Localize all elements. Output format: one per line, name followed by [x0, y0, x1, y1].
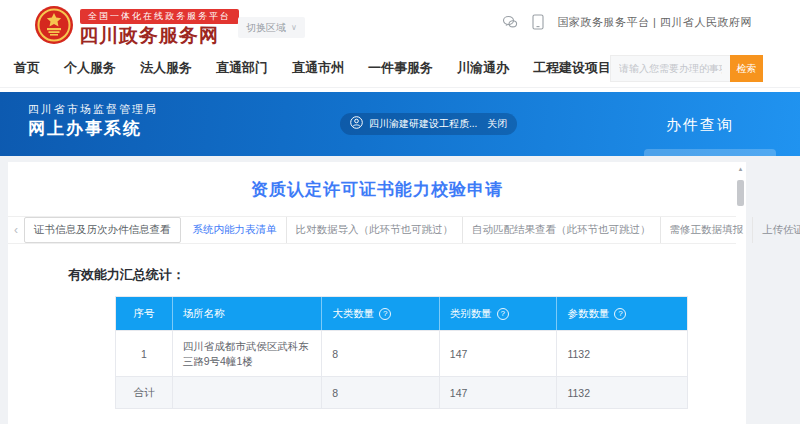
- col-header-category: 类别数量 ?: [440, 297, 558, 330]
- col-header-seq: 序号: [116, 297, 173, 330]
- user-badge[interactable]: 四川渝建研建设工程质... 关闭: [340, 113, 517, 135]
- national-emblem-logo: [34, 5, 74, 45]
- cell-total-major: 8: [322, 376, 440, 408]
- cell-param: 1132: [557, 330, 687, 376]
- search-input[interactable]: [610, 55, 730, 82]
- chevron-down-icon: ∨: [291, 23, 297, 32]
- scrollbar-thumb[interactable]: [737, 180, 744, 206]
- cell-major: 8: [322, 330, 440, 376]
- mobile-icon[interactable]: [532, 14, 544, 30]
- tab-data-import[interactable]: 比对数据导入（此环节也可跳过）: [286, 217, 463, 243]
- col-header-major-label: 大类数量: [332, 307, 374, 321]
- help-icon[interactable]: ?: [497, 308, 509, 320]
- tab-match-result[interactable]: 自动匹配结果查看（此环节也可跳过）: [462, 217, 660, 243]
- tab-upload-evidence[interactable]: 上传佐证: [752, 217, 800, 243]
- help-icon[interactable]: ?: [379, 308, 391, 320]
- step-tabs: ‹ 证书信息及历次办件信息查看 系统内能力表清单 比对数据导入（此环节也可跳过）…: [8, 216, 736, 244]
- main-nav: 首页 个人服务 法人服务 直通部门 直通市州 一件事服务 川渝通办 工程建设项目…: [0, 48, 800, 88]
- region-switcher-label: 切换区域: [246, 21, 286, 35]
- nav-item-legal-services[interactable]: 法人服务: [140, 59, 192, 77]
- nav-item-cities[interactable]: 直通市州: [292, 59, 344, 77]
- table-header-row: 序号 场所名称 大类数量 ? 类别数量 ? 参数数量 ?: [116, 297, 687, 330]
- nav-item-home[interactable]: 首页: [14, 59, 40, 77]
- col-header-param: 参数数量 ?: [557, 297, 687, 330]
- system-banner: 四川省市场监督管理局 网上办事系统 四川渝建研建设工程质... 关闭 办件查询: [0, 92, 800, 156]
- tab-cert-info[interactable]: 证书信息及历次办件信息查看: [24, 217, 181, 243]
- page-title: 资质认定许可证书能力校验申请: [8, 178, 746, 201]
- cell-total-label: 合计: [116, 376, 173, 408]
- col-header-major: 大类数量 ?: [322, 297, 440, 330]
- nav-item-chuanyu[interactable]: 川渝通办: [457, 59, 509, 77]
- cell-total-place: [173, 376, 322, 408]
- logout-link[interactable]: 关闭: [487, 117, 507, 131]
- col-header-place: 场所名称: [173, 297, 322, 330]
- tab-correction[interactable]: 需修正数据填报: [660, 217, 753, 243]
- cell-place: 四川省成都市武侯区武科东三路9号4幢1楼: [173, 330, 322, 376]
- case-query-tab-highlight: [644, 149, 776, 156]
- col-header-category-label: 类别数量: [450, 307, 492, 321]
- site-name: 四川政务服务网: [79, 23, 219, 49]
- cell-category: 147: [440, 330, 558, 376]
- scroll-up-icon[interactable]: ▴: [736, 164, 745, 174]
- cell-total-param: 1132: [557, 376, 687, 408]
- system-name: 网上办事系统: [28, 117, 142, 140]
- col-header-param-label: 参数数量: [567, 307, 609, 321]
- table-row: 1 四川省成都市武侯区武科东三路9号4幢1楼 8 147 1132: [116, 330, 687, 376]
- topbar-right: 国家政务服务平台 | 四川省人民政府网: [502, 14, 752, 30]
- section-heading: 有效能力汇总统计：: [68, 266, 185, 284]
- nav-item-personal-services[interactable]: 个人服务: [64, 59, 116, 77]
- chevron-left-icon[interactable]: ‹: [8, 223, 24, 237]
- search-button[interactable]: 检索: [730, 55, 763, 82]
- nav-items: 首页 个人服务 法人服务 直通部门 直通市州 一件事服务 川渝通办 工程建设项目…: [14, 48, 637, 88]
- gov-links[interactable]: 国家政务服务平台 | 四川省人民政府网: [558, 15, 752, 30]
- wechat-icon[interactable]: [502, 15, 518, 29]
- case-query-link[interactable]: 办件查询: [666, 116, 734, 135]
- page-root: 全国一体化在线政务服务平台 四川政务服务网 切换区域 ∨ 国家政务服务平台 | …: [0, 0, 800, 424]
- user-name: 四川渝建研建设工程质...: [369, 117, 477, 131]
- nav-item-one-matter[interactable]: 一件事服务: [368, 59, 433, 77]
- cell-seq: 1: [116, 330, 173, 376]
- tab-capability-list[interactable]: 系统内能力表清单: [184, 217, 286, 243]
- help-icon[interactable]: ?: [614, 308, 626, 320]
- region-switcher[interactable]: 切换区域 ∨: [238, 17, 305, 38]
- capability-summary-table: 序号 场所名称 大类数量 ? 类别数量 ? 参数数量 ?: [115, 296, 688, 409]
- platform-ribbon: 全国一体化在线政务服务平台: [80, 9, 239, 24]
- org-name: 四川省市场监督管理局: [28, 102, 158, 117]
- site-header: 全国一体化在线政务服务平台 四川政务服务网 切换区域 ∨ 国家政务服务平台 | …: [0, 0, 800, 48]
- nav-item-departments[interactable]: 直通部门: [216, 59, 268, 77]
- table-total-row: 合计 8 147 1132: [116, 376, 687, 408]
- user-icon: [350, 115, 363, 133]
- content-panel: 资质认定许可证书能力校验申请 ▴ ‹ 证书信息及历次办件信息查看 系统内能力表清…: [8, 162, 746, 424]
- cell-total-category: 147: [440, 376, 558, 408]
- scrollbar[interactable]: ▴: [736, 164, 745, 422]
- content-background: 资质认定许可证书能力校验申请 ▴ ‹ 证书信息及历次办件信息查看 系统内能力表清…: [0, 156, 800, 424]
